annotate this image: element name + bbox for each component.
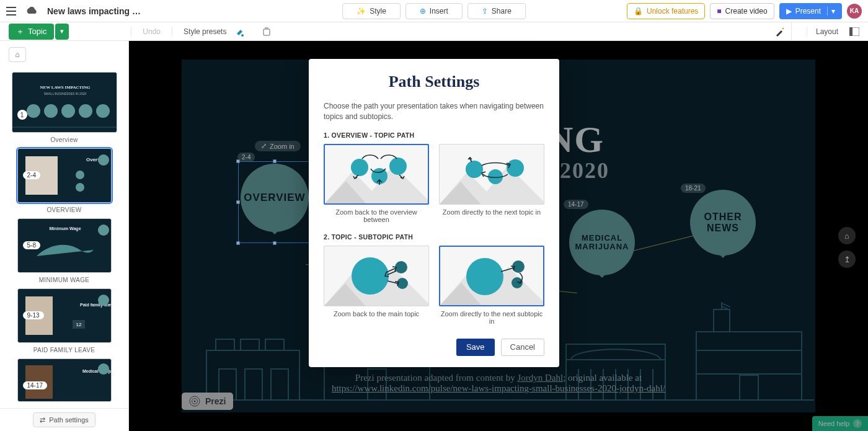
toolbar: ＋Topic ▾ Undo Style presets Layout [0, 22, 868, 41]
svg-text:NEW LAWS IMPACTING: NEW LAWS IMPACTING [40, 85, 91, 90]
option-topic-zoom-direct[interactable]: Zoom directly to the next subtopic in [439, 246, 544, 325]
thumbnail-medical-marijuana[interactable]: 14-17 Medical Marijuana [5, 358, 123, 402]
option-overview-zoom-back[interactable]: Zoom back to the overview between [324, 144, 429, 223]
magic-adjust-icon[interactable] [775, 22, 792, 41]
topic-range-badge: 14-17 [564, 200, 588, 209]
present-button[interactable]: ▶Present▾ [779, 3, 842, 19]
zoom-in-label: Zoom in [270, 143, 294, 150]
prezi-watermark[interactable]: Prezi [182, 393, 233, 410]
svg-point-1 [782, 27, 784, 29]
add-topic-button[interactable]: ＋Topic [9, 24, 54, 40]
layout-button[interactable]: Layout [816, 27, 843, 36]
video-camera-icon: ■ [717, 7, 721, 16]
need-help-button[interactable]: Need help? [812, 416, 868, 431]
document-title[interactable]: New laws impacting … [47, 6, 141, 16]
style-presets-button[interactable]: Style presets [172, 27, 226, 36]
layout-panel-icon[interactable] [849, 27, 859, 36]
bubble-medical[interactable]: MEDICAL MARIJUANA [569, 210, 635, 275]
canvas-fab-column: ⌂ ↥ [838, 227, 856, 268]
thumbnail-overview-main[interactable]: 1 NEW LAWS IMPACTINGSMALL BUSINESSES IN … [5, 72, 123, 143]
topic-label: Topic [28, 27, 46, 36]
modal-title: Path Settings [324, 73, 544, 91]
wand-icon: ✨ [356, 7, 366, 16]
thumb-label: Overview [5, 136, 123, 143]
cancel-button[interactable]: Cancel [501, 339, 544, 356]
insert-button[interactable]: ⊕Insert [405, 3, 463, 19]
selection-frame[interactable] [238, 161, 311, 243]
svg-text:Minimum Wage: Minimum Wage [49, 226, 81, 231]
option-caption: Zoom back to the overview between [324, 208, 429, 223]
undo-button[interactable]: Undo [131, 27, 161, 36]
credit-mid: ; original available at [563, 373, 642, 383]
path-icon: ⇄ [40, 416, 45, 424]
share-button[interactable]: ⇪Share [467, 3, 526, 19]
thumbnail-paid-family-leave[interactable]: 9-13 Paid family leave12 PAID FAMILY LEA… [5, 288, 123, 353]
need-help-label: Need help [818, 420, 849, 427]
svg-point-49 [507, 159, 524, 177]
svg-point-7 [27, 104, 40, 118]
thumb-label: MINIMUM WAGE [5, 277, 123, 283]
svg-rect-3 [849, 27, 852, 36]
svg-text:SMALL BUSINESSES IN 2020: SMALL BUSINESSES IN 2020 [43, 92, 86, 96]
prezi-logo-icon [189, 396, 200, 407]
up-arrow-icon: ↥ [844, 255, 851, 264]
credit-author[interactable]: Jordyn Dahl [517, 373, 563, 383]
svg-rect-39 [714, 309, 730, 332]
style-button[interactable]: ✨Style [342, 3, 401, 19]
thumbnail-minimum-wage[interactable]: 5-8 Minimum Wage MINIMUM WAGE [5, 218, 123, 283]
share-label: Share [492, 7, 512, 16]
svg-point-17 [98, 154, 109, 166]
create-video-label: Create video [725, 7, 768, 16]
bubble-other[interactable]: OTHER NEWS [690, 190, 756, 255]
style-label: Style [370, 7, 386, 16]
back-fab[interactable]: ↥ [838, 251, 856, 268]
topic-range-badge: 2-4 [237, 153, 255, 162]
user-avatar[interactable]: KA [847, 4, 862, 19]
svg-point-51 [395, 261, 407, 273]
path-settings-modal: Path Settings Choose the path your prese… [309, 59, 559, 367]
credit-prefix: Prezi presentation adapted from content … [355, 373, 518, 383]
delete-icon[interactable] [262, 27, 271, 36]
menubar: New laws impacting … ✨Style ⊕Insert ⇪Sha… [0, 0, 868, 22]
path-settings-button[interactable]: ⇄Path settings [33, 412, 95, 427]
option-caption: Zoom directly to the next topic in [439, 208, 544, 216]
option-caption: Zoom directly to the next subtopic in [439, 310, 544, 325]
thumb-badge: 2-4 [23, 171, 40, 179]
option-caption: Zoom back to the main topic [324, 310, 429, 318]
menu-icon[interactable] [6, 7, 16, 16]
thumb-label: PAID FAMILY LEAVE [5, 347, 123, 353]
thumbnail-overview[interactable]: 2-4 Overview OVERVIEW [5, 148, 123, 213]
plus-circle-icon: ⊕ [420, 7, 426, 16]
thumb-label: OVERVIEW [5, 207, 123, 213]
home-fab[interactable]: ⌂ [838, 227, 856, 244]
svg-point-47 [466, 161, 483, 178]
credit-link[interactable]: https://www.linkedin.com/pulse/new-laws-… [332, 383, 665, 393]
color-fill-icon[interactable] [235, 27, 245, 37]
zoom-in-button[interactable]: ⤢Zoom in [255, 141, 301, 151]
slide-subtitle-fragment: 2020 [560, 158, 609, 184]
thumb-badge: 5-8 [23, 241, 40, 249]
insert-label: Insert [430, 7, 448, 16]
svg-point-53 [466, 258, 503, 295]
present-caret-icon[interactable]: ▾ [827, 7, 835, 16]
svg-point-44 [351, 159, 368, 176]
unlock-features-button[interactable]: 🔒Unlock features [627, 3, 705, 19]
section-1-label: 1. OVERVIEW - TOPIC PATH [324, 131, 544, 139]
share-icon: ⇪ [482, 7, 488, 16]
thumb-badge: 1 [17, 110, 27, 120]
plus-icon: ＋ [16, 26, 24, 37]
help-icon: ? [853, 419, 862, 428]
home-button[interactable]: ⌂ [9, 47, 26, 62]
save-button[interactable]: Save [456, 339, 495, 356]
svg-point-11 [96, 104, 110, 118]
modal-description: Choose the path your presentation takes … [324, 101, 544, 123]
topic-range-badge: 18-21 [681, 184, 706, 193]
option-topic-zoom-back[interactable]: Zoom back to the main topic [324, 246, 429, 325]
svg-point-43 [194, 401, 196, 402]
create-video-button[interactable]: ■Create video [710, 3, 774, 19]
svg-rect-0 [264, 29, 270, 35]
cloud-sync-icon[interactable] [25, 7, 38, 16]
home-icon: ⌂ [15, 50, 19, 59]
option-overview-zoom-direct[interactable]: Zoom directly to the next topic in [439, 144, 544, 223]
topic-caret-button[interactable]: ▾ [55, 24, 69, 40]
